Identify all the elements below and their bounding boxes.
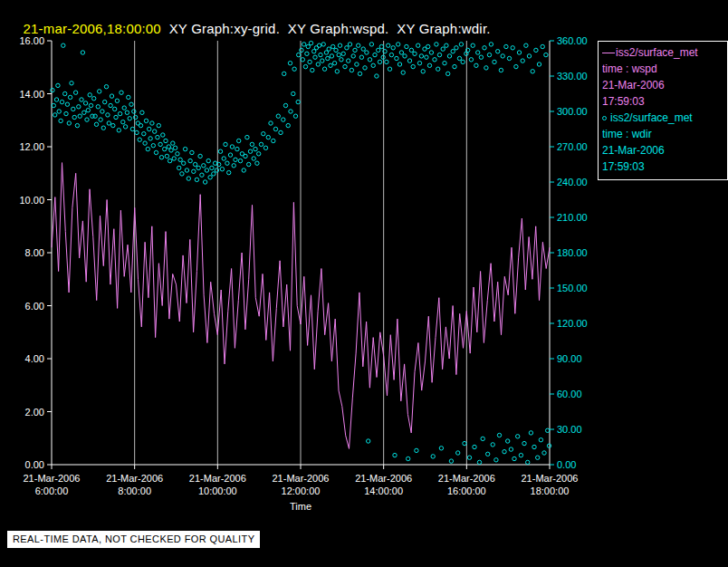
legend-time-label: 17:59:03 — [602, 93, 727, 110]
svg-text:360.00: 360.00 — [557, 35, 588, 46]
legend-time-label: 17:59:03 — [602, 159, 727, 175]
legend-source-label: iss2/surface_met — [610, 111, 693, 124]
svg-text:6.00: 6.00 — [25, 301, 44, 312]
legend-date-label: 21-Mar-2006 — [602, 77, 727, 93]
x-axis-ticks: 21-Mar-20066:00:0021-Mar-20068:00:0021-M… — [24, 465, 579, 496]
svg-text:21-Mar-2006: 21-Mar-2006 — [189, 473, 246, 484]
svg-text:12:00:00: 12:00:00 — [282, 485, 321, 496]
legend-row-source: iss2/surface_met — [602, 44, 727, 61]
legend-date-label: 21-Mar-2006 — [602, 142, 727, 159]
svg-text:21-Mar-2006: 21-Mar-2006 — [522, 473, 579, 484]
legend: iss2/surface_met time : wspd 21-Mar-2006… — [598, 41, 728, 180]
svg-text:21-Mar-2006: 21-Mar-2006 — [106, 473, 163, 484]
svg-text:21-Mar-2006: 21-Mar-2006 — [438, 473, 495, 484]
svg-text:330.00: 330.00 — [557, 71, 588, 82]
svg-text:120.00: 120.00 — [557, 318, 588, 329]
legend-row-source: iss2/surface_met — [602, 110, 727, 126]
svg-text:8.00: 8.00 — [25, 247, 44, 258]
svg-text:12.00: 12.00 — [19, 141, 44, 152]
legend-source-label: iss2/surface_met — [616, 46, 698, 59]
quality-banner: REAL-TIME DATA, NOT CHECKED FOR QUALITY — [7, 531, 260, 548]
svg-text:14:00:00: 14:00:00 — [364, 485, 403, 496]
svg-text:4.00: 4.00 — [25, 353, 44, 364]
svg-text:21-Mar-2006: 21-Mar-2006 — [24, 473, 81, 484]
gridlines — [135, 41, 467, 465]
svg-text:150.00: 150.00 — [557, 283, 588, 293]
wdir-circle-marker — [602, 116, 607, 120]
svg-text:16:00:00: 16:00:00 — [447, 485, 486, 496]
svg-text:210.00: 210.00 — [557, 212, 588, 223]
svg-text:2.00: 2.00 — [25, 407, 44, 418]
app-window: 21-mar-2006,18:00:00 XY Graph:xy-grid. X… — [0, 0, 728, 567]
legend-field-label: time : wspd — [602, 61, 727, 77]
wspd-line-marker — [602, 53, 615, 53]
svg-text:10.00: 10.00 — [19, 195, 44, 206]
svg-text:14.00: 14.00 — [19, 89, 44, 100]
x-axis-title: Time — [52, 501, 550, 512]
svg-text:60.00: 60.00 — [557, 389, 582, 399]
svg-text:0.00: 0.00 — [557, 459, 576, 470]
svg-text:180.00: 180.00 — [557, 247, 588, 258]
legend-field-label: time : wdir — [602, 126, 727, 142]
left-axis-ticks: 0.002.004.006.008.0010.0012.0014.0016.00 — [19, 35, 52, 470]
svg-text:270.00: 270.00 — [557, 141, 588, 152]
svg-text:300.00: 300.00 — [557, 106, 588, 117]
svg-text:8:00:00: 8:00:00 — [118, 485, 151, 496]
svg-text:240.00: 240.00 — [557, 177, 588, 187]
svg-text:21-Mar-2006: 21-Mar-2006 — [355, 473, 412, 484]
legend-entry-wdir: iss2/surface_met time : wdir 21-Mar-2006… — [602, 110, 727, 175]
svg-text:90.00: 90.00 — [557, 353, 582, 364]
svg-text:21-Mar-2006: 21-Mar-2006 — [273, 473, 330, 484]
svg-text:10:00:00: 10:00:00 — [198, 485, 237, 496]
svg-text:6:00:00: 6:00:00 — [35, 485, 69, 496]
svg-text:30.00: 30.00 — [557, 424, 582, 435]
svg-text:18:00:00: 18:00:00 — [531, 485, 570, 496]
svg-text:16.00: 16.00 — [19, 35, 44, 46]
svg-text:0.00: 0.00 — [25, 459, 44, 470]
right-axis-ticks: 0.0030.0060.0090.00120.00150.00180.00210… — [550, 35, 588, 470]
legend-entry-wspd: iss2/surface_met time : wspd 21-Mar-2006… — [602, 44, 727, 110]
